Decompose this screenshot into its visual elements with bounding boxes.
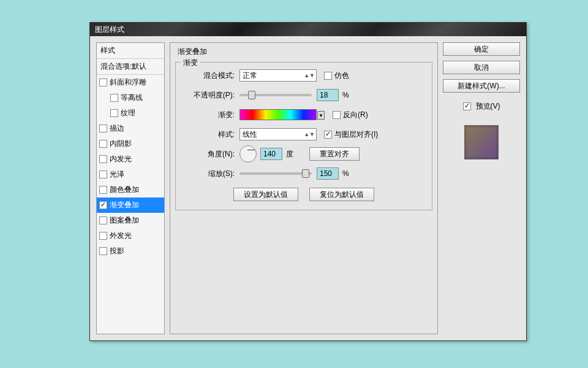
style-item-8[interactable]: 渐变叠加 [97,197,164,213]
style-item-label: 内发光 [110,154,132,164]
style-item-9[interactable]: 图案叠加 [97,213,164,228]
angle-dial[interactable] [239,145,257,163]
style-item-label: 外发光 [110,231,132,241]
gradient-picker[interactable]: ▼ [239,109,317,120]
style-item-label: 光泽 [110,169,124,180]
style-checkbox[interactable] [110,109,118,117]
reverse-label: 反向(R) [343,110,368,120]
blend-mode-select[interactable]: 正常 ▲▼ [239,69,317,82]
reset-default-button[interactable]: 复位为默认值 [309,188,374,201]
style-item-10[interactable]: 外发光 [97,228,164,243]
style-label: 样式: [183,129,239,140]
style-item-label: 等高线 [121,93,143,103]
right-panel: 确定 取消 新建样式(W)... 预览(V) [443,42,520,334]
style-item-label: 斜面和浮雕 [110,77,146,88]
angle-label: 角度(N): [183,149,239,159]
style-checkbox[interactable] [99,155,107,163]
dither-checkbox[interactable] [324,72,332,80]
reset-align-button[interactable]: 重置对齐 [309,147,360,161]
angle-unit: 度 [286,149,293,159]
angle-input[interactable]: 140 [260,148,282,160]
style-item-3[interactable]: 描边 [97,121,164,136]
style-item-6[interactable]: 光泽 [97,167,164,182]
style-item-11[interactable]: 投影 [97,243,164,259]
settings-panel: 渐变叠加 渐变 混合模式: 正常 ▲▼ 仿色 不透明度(P): 18 % [170,42,438,334]
layer-style-dialog: 图层样式 样式 混合选项:默认 斜面和浮雕等高线纹理描边内阴影内发光光泽颜色叠加… [89,22,527,341]
style-checkbox[interactable] [99,247,107,255]
scale-slider[interactable] [239,172,312,175]
opacity-input[interactable]: 18 [317,89,339,101]
style-checkbox[interactable] [99,79,107,86]
blend-mode-label: 混合模式: [183,71,239,81]
style-checkbox[interactable] [99,232,107,240]
style-item-label: 纹理 [121,108,135,118]
preview-checkbox[interactable] [463,102,471,110]
select-arrows-icon: ▲▼ [304,73,315,78]
style-item-0[interactable]: 斜面和浮雕 [97,75,164,90]
style-checkbox[interactable] [99,125,107,132]
align-checkbox[interactable] [324,131,332,139]
cancel-button[interactable]: 取消 [443,61,520,74]
reverse-checkbox[interactable] [333,111,341,119]
window-title: 图层样式 [95,25,124,35]
gradient-dropdown-icon[interactable]: ▼ [317,111,325,120]
select-arrows-icon: ▲▼ [304,132,315,137]
panel-title: 渐变叠加 [178,47,435,57]
opacity-label: 不透明度(P): [183,90,239,101]
gradient-label: 渐变: [183,110,239,120]
style-item-label: 内阴影 [110,139,132,149]
preview-label: 预览(V) [476,101,500,112]
style-checkbox[interactable] [99,201,107,209]
gradient-fieldset: 渐变 混合模式: 正常 ▲▼ 仿色 不透明度(P): 18 % [175,62,432,210]
align-label: 与图层对齐(I) [334,129,378,140]
style-checkbox[interactable] [110,94,118,102]
titlebar[interactable]: 图层样式 [90,23,526,36]
percent-unit: % [342,91,349,99]
style-select[interactable]: 线性 ▲▼ [239,128,317,140]
style-list-header-1[interactable]: 样式 [97,43,164,59]
fieldset-legend: 渐变 [181,58,200,68]
style-item-1[interactable]: 等高线 [97,90,164,105]
style-checkbox[interactable] [99,171,107,178]
ok-button[interactable]: 确定 [443,42,520,56]
scale-input[interactable]: 150 [317,167,339,180]
scale-label: 缩放(S): [183,169,239,179]
opacity-slider[interactable] [239,94,312,96]
style-item-4[interactable]: 内阴影 [97,136,164,151]
preview-swatch [464,125,499,159]
style-item-label: 描边 [110,123,124,134]
style-item-label: 颜色叠加 [110,185,139,195]
style-item-label: 投影 [110,246,124,256]
style-item-5[interactable]: 内发光 [97,151,164,167]
percent-unit-2: % [342,169,349,178]
style-item-7[interactable]: 颜色叠加 [97,182,164,197]
dialog-content: 样式 混合选项:默认 斜面和浮雕等高线纹理描边内阴影内发光光泽颜色叠加渐变叠加图… [90,36,526,340]
style-list-header-2[interactable]: 混合选项:默认 [97,59,164,75]
style-list: 样式 混合选项:默认 斜面和浮雕等高线纹理描边内阴影内发光光泽颜色叠加渐变叠加图… [96,42,165,334]
style-item-2[interactable]: 纹理 [97,105,164,121]
style-checkbox[interactable] [99,140,107,148]
set-default-button[interactable]: 设置为默认值 [233,188,298,201]
style-checkbox[interactable] [99,186,107,194]
style-checkbox[interactable] [99,217,107,224]
dither-label: 仿色 [334,71,349,81]
new-style-button[interactable]: 新建样式(W)... [443,79,520,93]
style-item-label: 渐变叠加 [110,200,139,210]
style-item-label: 图案叠加 [110,215,139,226]
